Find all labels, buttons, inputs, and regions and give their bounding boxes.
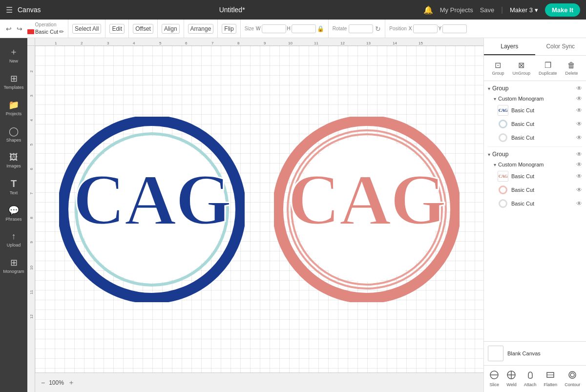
hamburger-icon[interactable]: ☰ — [6, 5, 13, 15]
top-bar-left: ☰ Canvas — [6, 5, 41, 15]
redo-button[interactable]: ↪ — [15, 24, 24, 34]
x-input[interactable] — [413, 24, 438, 33]
slice-button[interactable]: Slice — [487, 369, 502, 389]
eye-group1[interactable]: 👁 — [576, 85, 582, 92]
layer-item-circle-white[interactable]: Basic Cut 👁 — [484, 131, 586, 144]
sidebar-item-templates[interactable]: ⊞ Templates — [1, 69, 26, 94]
select-all-button[interactable]: Select All — [72, 24, 101, 34]
undo-button[interactable]: ↩ — [4, 24, 14, 34]
edit-section: Edit — [109, 20, 129, 38]
flip-button[interactable]: Flip — [222, 24, 236, 34]
tab-color-sync[interactable]: Color Sync — [535, 38, 586, 55]
svg-point-19 — [570, 373, 574, 377]
operation-edit-button[interactable]: ✏ — [59, 28, 64, 35]
layer-item-circle-blue[interactable]: Basic Cut 👁 — [484, 117, 586, 131]
eye-item-circle-white[interactable]: 👁 — [576, 134, 582, 141]
top-bar-center: Untitled* — [46, 6, 417, 14]
duplicate-tool-button[interactable]: ❐ Duplicate — [537, 59, 559, 78]
offset-button[interactable]: Offset — [133, 24, 153, 34]
group-tool-button[interactable]: ⊡ Group — [490, 59, 506, 78]
arrange-button[interactable]: Arrange — [188, 24, 214, 34]
sidebar-item-phrases[interactable]: 💬 Phrases — [1, 201, 26, 226]
delete-tool-button[interactable]: 🗑 Delete — [563, 59, 580, 78]
height-input[interactable] — [292, 24, 316, 33]
eye-item-circle-blue[interactable]: 👁 — [576, 121, 582, 127]
doc-title: Untitled* — [219, 6, 245, 14]
eye-item-cag-blue[interactable]: 👁 — [576, 107, 582, 114]
ruler-top: 1 2 3 4 5 6 7 8 9 10 11 12 13 14 15 — [35, 38, 483, 46]
y-input[interactable] — [442, 24, 467, 33]
zoom-out-button[interactable]: − — [41, 379, 45, 387]
make-it-button[interactable]: Make It — [545, 3, 580, 17]
layer-item-cag-blue[interactable]: CAG Basic Cut 👁 — [484, 103, 586, 117]
bell-icon[interactable]: 🔔 — [423, 5, 433, 15]
layers-tree: ▾ Group 👁 ▾ Custom Monogram 👁 CAG Basic … — [484, 81, 586, 341]
slice-icon — [490, 371, 499, 381]
layer-group-2[interactable]: ▾ Group 👁 — [484, 149, 586, 160]
chevron-down-icon: ▾ — [535, 6, 538, 14]
eye-item-circle-white2[interactable]: 👁 — [576, 200, 582, 207]
maker-selector[interactable]: Maker 3 ▾ — [510, 6, 538, 14]
images-icon: 🖼 — [9, 152, 18, 163]
bottom-action-bar: Slice Weld Attach Flatten — [484, 365, 586, 392]
layer-item-circle-pink[interactable]: Basic Cut 👁 — [484, 183, 586, 197]
text-icon: T — [11, 178, 17, 189]
projects-icon: 📁 — [8, 100, 19, 110]
zoom-in-button[interactable]: ＋ — [68, 378, 75, 387]
sidebar-item-projects[interactable]: 📁 Projects — [1, 96, 26, 120]
maker-label: Maker 3 — [510, 6, 533, 14]
divider: | — [501, 6, 503, 14]
ungroup-tool-button[interactable]: ⊠ UnGroup — [510, 59, 532, 78]
edit-button[interactable]: Edit — [109, 24, 125, 34]
panel-tabs: Layers Color Sync — [484, 38, 586, 56]
flatten-button[interactable]: Flatten — [541, 369, 561, 389]
eye-subgroup2[interactable]: 👁 — [576, 161, 582, 168]
right-panel: Layers Color Sync ⊡ Group ⊠ UnGroup ❐ Du… — [483, 38, 586, 392]
duplicate-icon: ❐ — [544, 61, 551, 70]
contour-button[interactable]: Contour — [562, 369, 583, 389]
weld-button[interactable]: Weld — [503, 369, 519, 389]
rotate-section: Rotate ↻ — [333, 20, 385, 38]
ungroup-icon: ⊠ — [518, 61, 524, 70]
rotate-input[interactable] — [349, 24, 373, 33]
sidebar-item-upload[interactable]: ↑ Upload — [1, 227, 26, 251]
panel-bottom: Blank Canvas — [484, 341, 586, 365]
zoom-level: 100% — [49, 379, 64, 386]
blank-canvas-thumb — [488, 346, 503, 361]
toolbar: ↩ ↪ Operation Basic Cut ✏ Select All Edi… — [0, 20, 586, 38]
monogram-blue[interactable]: CAG CAG — [59, 117, 245, 302]
layer-item-cag-pink[interactable]: CAG Basic Cut 👁 — [484, 169, 586, 183]
layer-thumb-cag-pink: CAG — [498, 171, 508, 182]
my-projects-button[interactable]: My Projects — [440, 6, 473, 14]
sidebar-item-monogram[interactable]: ⊞ Monogram — [1, 253, 26, 278]
eye-group2[interactable]: 👁 — [576, 151, 582, 158]
eye-item-cag-pink[interactable]: 👁 — [576, 173, 582, 180]
layer-group-1[interactable]: ▾ Group 👁 — [484, 83, 586, 94]
align-button[interactable]: Align — [162, 24, 180, 34]
sidebar-item-images[interactable]: 🖼 Images — [1, 148, 26, 172]
layer-separator — [488, 146, 582, 147]
sidebar-item-text[interactable]: T Text — [1, 174, 26, 199]
app-title: Canvas — [18, 6, 41, 14]
save-button[interactable]: Save — [480, 6, 495, 14]
sidebar-item-new[interactable]: ＋ New — [1, 42, 26, 67]
left-sidebar: ＋ New ⊞ Templates 📁 Projects ◯ Shapes 🖼 … — [0, 38, 27, 392]
layer-subgroup-2[interactable]: ▾ Custom Monogram 👁 — [484, 160, 586, 169]
rotate-icon[interactable]: ↻ — [375, 25, 381, 33]
lock-size-button[interactable]: 🔒 — [317, 25, 324, 32]
eye-subgroup1[interactable]: 👁 — [576, 95, 582, 102]
tab-layers[interactable]: Layers — [484, 38, 535, 55]
width-input[interactable] — [262, 24, 286, 33]
eye-item-circle-pink[interactable]: 👁 — [576, 186, 582, 193]
sidebar-item-shapes[interactable]: ◯ Shapes — [1, 122, 26, 146]
layer-item-circle-white2[interactable]: Basic Cut 👁 — [484, 197, 586, 210]
monogram-pink[interactable]: CAG CAG — [274, 117, 460, 302]
canvas-area[interactable]: 1 2 3 4 5 6 7 8 9 10 11 12 13 14 15 2 3 … — [27, 38, 483, 392]
contour-icon — [568, 371, 577, 381]
layer-thumb-cag-blue: CAG — [498, 105, 508, 116]
svg-text:CAG: CAG — [73, 160, 231, 240]
attach-button[interactable]: Attach — [521, 369, 540, 389]
layer-subgroup-1[interactable]: ▾ Custom Monogram 👁 — [484, 94, 586, 103]
ruler-corner — [27, 38, 35, 46]
monogram-icon: ⊞ — [10, 257, 18, 268]
